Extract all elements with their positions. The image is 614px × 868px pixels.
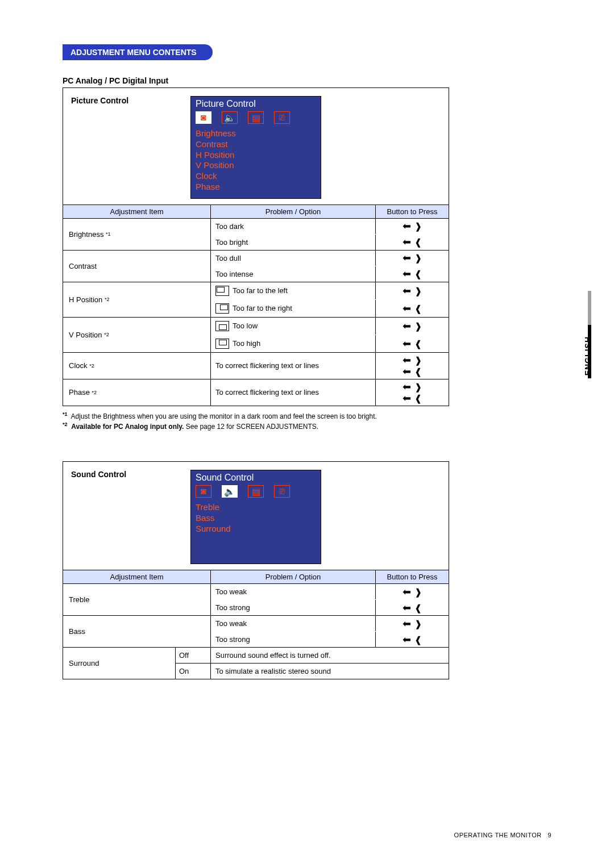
osd-picture-title: Picture Control [196, 99, 316, 109]
footnotes: *1 Adjust the Brightness when you are us… [63, 411, 460, 432]
table-row: Surround OffSurround sound effect is tur… [63, 647, 449, 679]
left-arrow-icon [403, 237, 422, 247]
table-row: Bass Too weak Too strong [63, 615, 449, 647]
sound-tab-icon: 🔈 [222, 485, 238, 498]
position-diagram-icon [215, 286, 229, 296]
sound-control-label: Sound Control [71, 470, 190, 564]
table-row: Contrast Too dull Too intense [63, 250, 449, 282]
osd-picture-list: Brightness Contrast H Position V Positio… [196, 128, 316, 193]
position-diagram-icon [215, 321, 229, 331]
setup-tab-icon: ▤ [248, 485, 264, 498]
picture-tab-icon: ◙ [196, 485, 211, 498]
table-row: V Position *2 Too low Too high [63, 317, 449, 352]
picture-table-header: Adjustment Item Problem / Option Button … [63, 205, 449, 218]
table-row: Phase *2 To correct flickering text or l… [63, 379, 449, 406]
input-tab-icon: ⎚ [274, 111, 290, 124]
section-pill: ADJUSTMENT MENU CONTENTS [63, 44, 213, 60]
osd-sound-list: Treble Bass Surround [196, 502, 316, 534]
osd-picture: Picture Control ◙ 🔈 ▤ ⎚ Brightness Contr… [190, 96, 321, 199]
picture-control-label: Picture Control [71, 96, 190, 199]
sound-table-header: Adjustment Item Problem / Option Button … [63, 570, 449, 583]
position-diagram-icon [215, 339, 229, 349]
osd-sound: Sound Control ◙ 🔈 ▤ ⎚ Treble Bass Surrou… [190, 470, 321, 564]
picture-tab-icon: ◙ [196, 111, 211, 124]
setup-tab-icon: ▤ [248, 111, 264, 124]
language-tab: ENGLISH [583, 336, 592, 375]
left-arrow-icon [403, 221, 422, 231]
table-row: H Position *2 Too far to the left Too fa… [63, 282, 449, 317]
page-footer: OPERATING THE MONITOR 9 [454, 832, 551, 838]
input-tab-icon: ⎚ [274, 485, 290, 498]
table-row: Clock *2 To correct flickering text or l… [63, 352, 449, 379]
picture-control-section: Picture Control Picture Control ◙ 🔈 ▤ ⎚ … [63, 87, 449, 406]
sound-tab-icon: 🔈 [222, 111, 238, 124]
table-row: Treble Too weak Too strong [63, 583, 449, 615]
sub-heading: PC Analog / PC Digital Input [63, 76, 551, 85]
position-diagram-icon [215, 303, 229, 314]
osd-sound-title: Sound Control [196, 473, 316, 483]
table-row: Brightness *1 Too dark Too bright [63, 218, 449, 250]
sound-control-section: Sound Control Sound Control ◙ 🔈 ▤ ⎚ Treb… [63, 461, 449, 679]
